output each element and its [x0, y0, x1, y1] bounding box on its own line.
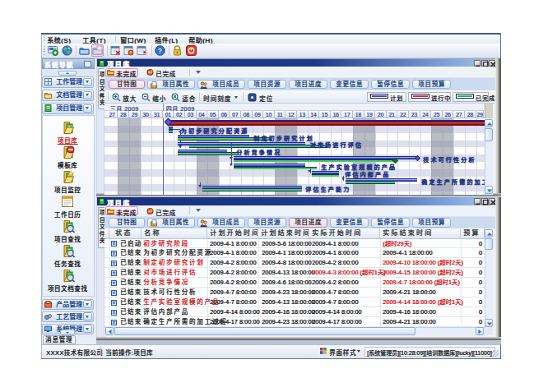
svg-text:?: ?	[158, 47, 163, 55]
